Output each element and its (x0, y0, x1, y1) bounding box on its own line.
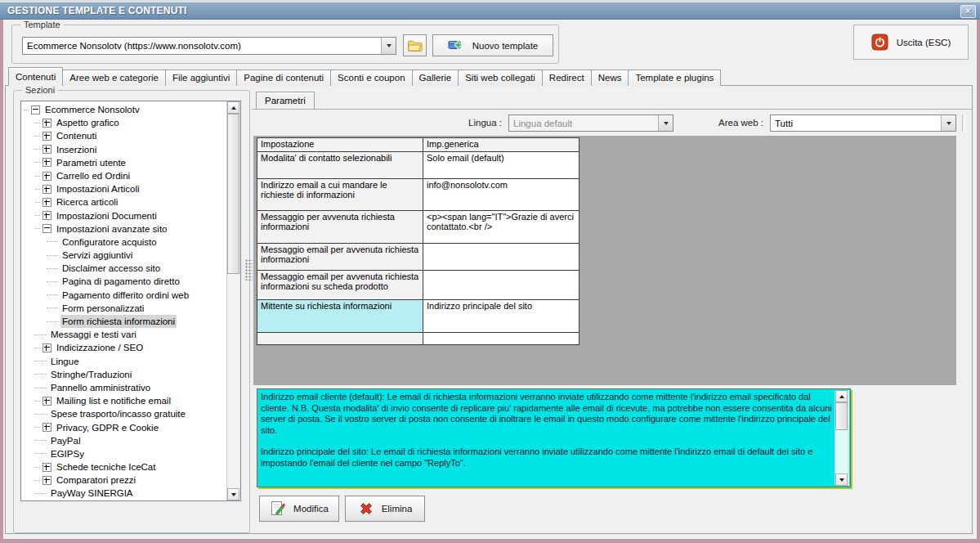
expand-icon[interactable] (43, 211, 51, 220)
tree-item-impostazioni-documenti[interactable]: Impostazioni Documenti (21, 209, 226, 222)
tree-scrollbar[interactable] (226, 101, 240, 500)
chevron-down-icon[interactable] (658, 115, 673, 131)
tree-item-payway-sinergia[interactable]: PayWay SINERGIA (21, 487, 226, 500)
grid-cell-setting[interactable]: Indirizzo email a cui mandare le richies… (257, 179, 423, 211)
tree-item-comparatori-prezzi[interactable]: Comparatori prezzi (21, 473, 226, 487)
tab-gallerie[interactable]: Gallerie (412, 70, 459, 86)
tree-item-form-richiesta-informazioni[interactable]: Form richiesta informazioni (21, 315, 226, 328)
parameters-grid[interactable]: Impostazione Imp.generica Modalita' di c… (257, 137, 579, 345)
splitter-grip[interactable] (245, 259, 253, 280)
collapse-icon[interactable] (31, 105, 40, 114)
scroll-up-icon[interactable] (227, 101, 239, 114)
tab-aree-web-e-categorie[interactable]: Aree web e categorie (62, 70, 166, 86)
tree-item-egipsy[interactable]: EGIPSy (21, 447, 226, 460)
elimina-button[interactable]: Elimina (345, 496, 425, 522)
tab-siti-web-collegati[interactable]: Siti web collegati (458, 70, 543, 86)
sections-tree[interactable]: Ecommerce NonsolotvAspetto graficoConten… (20, 101, 241, 501)
scroll-down-icon[interactable] (835, 473, 848, 486)
lingua-combobox[interactable]: Lingua default (508, 114, 673, 132)
close-icon[interactable]: ✕ (960, 5, 976, 18)
tab-parametri[interactable]: Parametri (256, 92, 315, 109)
tree-item-pagina-di-pagamento-diretto[interactable]: Pagina di pagamento diretto (21, 275, 226, 288)
expand-icon[interactable] (43, 423, 51, 432)
tree-item-carrello-ed-ordini[interactable]: Carrello ed Ordini (21, 169, 226, 182)
open-folder-button[interactable] (403, 34, 427, 56)
grid-cell-setting[interactable]: Mittente su richiesta informazioni (257, 300, 423, 333)
tree-item-aspetto-grafico[interactable]: Aspetto grafico (21, 116, 226, 129)
chevron-down-icon[interactable] (381, 38, 396, 54)
tree-item-ecommerce-nonsolotv[interactable]: Ecommerce Nonsolotv (21, 103, 226, 116)
exit-button[interactable]: Uscita (ESC) (853, 25, 969, 60)
tree-item-contenuti[interactable]: Contenuti (21, 129, 226, 142)
template-combobox[interactable]: Ecommerce Nonsolotv (https://www.nonsolo… (22, 37, 396, 55)
expand-icon[interactable] (43, 132, 51, 141)
expand-icon[interactable] (43, 476, 51, 485)
grid-cell-setting[interactable]: Messaggio email per avvenuta richiesta i… (257, 244, 423, 271)
grid-row-indirizzo-email-a-cui-mandare-le-richieste-di-informazioni[interactable]: Indirizzo email a cui mandare le richies… (257, 179, 579, 211)
grid-row-messaggio-per-avvenuta-richiesta-informazioni[interactable]: Messaggio per avvenuta richiesta informa… (257, 211, 579, 244)
grid-header-imp-generica[interactable]: Imp.generica (423, 138, 579, 152)
scroll-up-icon[interactable] (835, 390, 848, 402)
tab-template-e-plugins[interactable]: Template e plugins (628, 70, 721, 86)
tree-item-messaggi-e-testi-vari[interactable]: Messaggi e testi vari (21, 328, 226, 341)
tree-item-impostazioni-articoli[interactable]: Impostazioni Articoli (21, 182, 226, 195)
tab-pagine-di-contenuti[interactable]: Pagine di contenuti (236, 70, 331, 86)
tree-item-spese-trasporto-incasso-gratuite[interactable]: Spese trasporto/incasso gratuite (21, 407, 226, 420)
grid-row-modalita-di-contatto-selezionabili[interactable]: Modalita' di contatto selezionabiliSolo … (257, 152, 579, 179)
tree-scrollbar-thumb[interactable] (227, 114, 239, 274)
grid-cell-value[interactable] (423, 271, 579, 300)
grid-cell-setting[interactable] (257, 333, 423, 345)
expand-icon[interactable] (43, 145, 51, 154)
tab-sconti-e-coupon[interactable]: Sconti e coupon (330, 70, 412, 86)
tree-item-servizi-aggiuntivi[interactable]: Servizi aggiuntivi (21, 249, 226, 262)
expand-icon[interactable] (43, 158, 51, 167)
new-template-button[interactable]: Nuovo template (432, 34, 553, 56)
expand-icon[interactable] (43, 463, 51, 472)
help-scrollbar[interactable] (835, 390, 849, 486)
tree-item-inserzioni[interactable]: Inserzioni (21, 143, 226, 156)
grid-header-impostazione[interactable]: Impostazione (257, 138, 423, 152)
expand-icon[interactable] (43, 198, 51, 207)
grid-cell-setting[interactable]: Messaggio per avvenuta richiesta informa… (257, 211, 423, 244)
tab-file-aggiuntivi[interactable]: File aggiuntivi (165, 70, 237, 86)
grid-cell-value[interactable]: Indirizzo principale del sito (423, 300, 579, 333)
tree-item-ricerca-articoli[interactable]: Ricerca articoli (21, 195, 226, 209)
tree-item-indicizzazione-seo[interactable]: Indicizzazione / SEO (21, 341, 226, 354)
grid-row-mittente-su-richiesta-informazioni[interactable]: Mittente su richiesta informazioniIndiri… (257, 300, 579, 333)
expand-icon[interactable] (43, 397, 51, 406)
grid-cell-value[interactable] (423, 244, 579, 271)
expand-icon[interactable] (43, 119, 51, 128)
expand-icon[interactable] (43, 185, 51, 194)
tree-item-parametri-utente[interactable]: Parametri utente (21, 156, 226, 169)
help-scrollbar-thumb[interactable] (835, 402, 848, 430)
grid-row-messaggio-email-per-avvenuta-richiesta-informazioni[interactable]: Messaggio email per avvenuta richiesta i… (257, 244, 579, 271)
tree-item-mailing-list-e-notifiche-email[interactable]: Mailing list e notifiche email (21, 394, 226, 407)
tree-item-paypal[interactable]: PayPal (21, 434, 226, 447)
tree-item-form-personalizzati[interactable]: Form personalizzati (21, 302, 226, 315)
tab-redirect[interactable]: Redirect (542, 70, 592, 86)
collapse-icon[interactable] (43, 224, 51, 233)
grid-cell-value[interactable]: <p><span lang="IT">Grazie di averci cont… (423, 211, 579, 244)
tree-item-impostazioni-avanzate-sito[interactable]: Impostazioni avanzate sito (21, 222, 226, 236)
parameter-help-box[interactable]: Indirizzo email cliente (default): Le em… (257, 388, 851, 487)
grid-cell-setting[interactable]: Messaggio email per avvenuta richiesta i… (257, 271, 423, 300)
grid-cell-value[interactable] (423, 333, 579, 345)
grid-row-empty[interactable] (257, 333, 579, 345)
chevron-down-icon[interactable] (941, 115, 955, 131)
tree-item-pagamento-differito-ordini-web[interactable]: Pagamento differito ordini web (21, 289, 226, 302)
tree-item-pannello-amministrativo[interactable]: Pannello amministrativo (21, 381, 226, 394)
window-titlebar[interactable]: GESTIONE TEMPLATE E CONTENUTI ✕ (0, 2, 980, 20)
expand-icon[interactable] (43, 343, 51, 352)
tab-contenuti[interactable]: Contenuti (8, 67, 63, 86)
scroll-down-icon[interactable] (227, 488, 239, 500)
tree-item-stringhe-traduzioni[interactable]: Stringhe/Traduzioni (21, 368, 226, 381)
grid-cell-value[interactable]: info@nonsolotv.com (423, 179, 579, 211)
tab-news[interactable]: News (591, 70, 629, 86)
tree-item-configuratore-acquisto[interactable]: Configuratore acquisto (21, 236, 226, 249)
grid-cell-setting[interactable]: Modalita' di contatto selezionabili (257, 152, 423, 179)
tree-item-disclaimer-accesso-sito[interactable]: Disclaimer accesso sito (21, 262, 226, 275)
tree-item-schede-tecniche-icecat[interactable]: Schede tecniche IceCat (21, 460, 226, 473)
grid-cell-value[interactable]: Solo email (default) (423, 152, 579, 179)
expand-icon[interactable] (43, 172, 51, 181)
grid-row-messaggio-email-per-avvenuta-richiesta-informazioni-su-scheda-prodotto[interactable]: Messaggio email per avvenuta richiesta i… (257, 271, 579, 300)
